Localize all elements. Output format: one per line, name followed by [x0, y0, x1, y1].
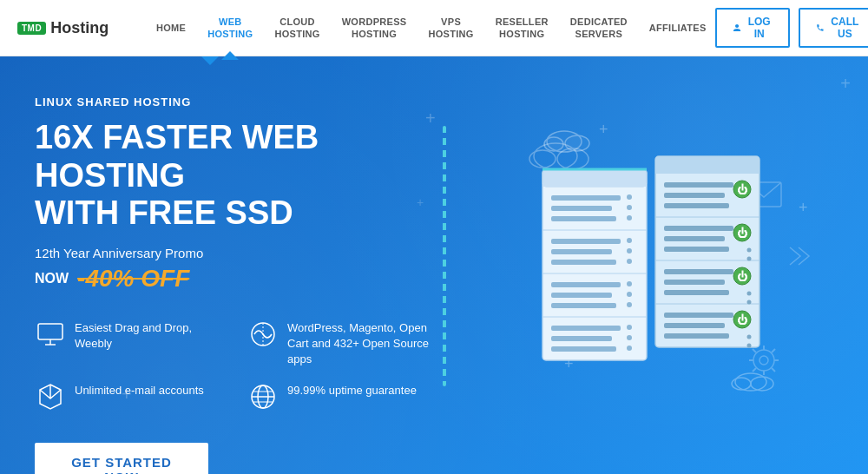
- svg-point-13: [753, 350, 774, 371]
- svg-rect-66: [664, 247, 729, 252]
- svg-rect-60: [664, 182, 733, 188]
- svg-rect-31: [551, 206, 612, 211]
- hero-subtitle: LINUX SHARED HOSTING: [35, 95, 833, 109]
- call-button[interactable]: CALL US: [799, 8, 868, 48]
- svg-point-12: [529, 150, 556, 168]
- wordpress-icon: [247, 319, 279, 350]
- user-icon: [733, 22, 741, 34]
- svg-text:+: +: [799, 199, 808, 216]
- feature-email-text: Unlimited e-mail accounts: [75, 381, 204, 398]
- svg-rect-50: [551, 346, 616, 352]
- nav-reseller-hosting[interactable]: RESELLERHOSTING: [487, 11, 557, 45]
- svg-rect-34: [551, 239, 621, 244]
- svg-point-53: [627, 302, 632, 307]
- svg-point-85: [747, 292, 752, 296]
- svg-line-20: [772, 368, 775, 372]
- svg-point-91: [565, 135, 589, 151]
- svg-rect-68: [664, 269, 733, 274]
- svg-rect-69: [664, 280, 725, 285]
- deco-plus-2: +: [425, 109, 436, 128]
- svg-rect-43: [551, 303, 616, 308]
- hero-title: 16X FASTER WEB HOSTING WITH FREE SSD: [35, 119, 451, 233]
- nav-home[interactable]: HOME: [148, 17, 194, 38]
- svg-point-51: [627, 281, 632, 286]
- nav-dedicated-servers[interactable]: DEDICATEDSERVERS: [562, 11, 636, 45]
- svg-rect-0: [38, 324, 62, 339]
- vert-dashed-line: [443, 126, 446, 386]
- svg-rect-35: [551, 249, 612, 254]
- svg-point-56: [627, 346, 632, 351]
- logo-badge: TMD: [17, 22, 46, 35]
- features-grid: Easiest Drag and Drop, Weebly WordPress,…: [35, 319, 434, 412]
- svg-rect-36: [551, 260, 616, 265]
- svg-rect-42: [551, 293, 612, 298]
- svg-point-84: [747, 257, 752, 261]
- svg-point-95: [732, 378, 751, 390]
- svg-text:⏻: ⏻: [737, 270, 747, 283]
- nav-actions: LOG IN CALL US: [715, 8, 868, 48]
- cta-button[interactable]: GET STARTED NOW: [35, 443, 208, 474]
- hero-section: + + + + LINUX SHARED HOSTING 16X FASTER …: [0, 56, 868, 474]
- svg-point-3: [252, 323, 274, 346]
- nav-wordpress-hosting[interactable]: WORDPRESSHOSTING: [333, 11, 416, 45]
- feature-drag-drop: Easiest Drag and Drop, Weebly: [35, 319, 221, 368]
- nav-cloud-hosting[interactable]: CLOUDHOSTING: [266, 11, 328, 45]
- svg-point-39: [627, 215, 632, 221]
- deco-plus-1: +: [840, 74, 851, 94]
- svg-line-21: [772, 349, 775, 352]
- hero-discount-value: -40% OFF: [77, 265, 189, 293]
- server-illustration: + + +: [495, 109, 825, 438]
- svg-rect-64: [664, 226, 733, 231]
- svg-rect-49: [551, 336, 612, 341]
- nav-affiliates[interactable]: AFFILIATES: [641, 17, 715, 38]
- svg-point-14: [760, 356, 768, 365]
- svg-rect-61: [664, 193, 725, 198]
- globe-icon: [247, 381, 279, 412]
- feature-uptime: 99.99% uptime guarantee: [247, 381, 434, 412]
- deco-plus-4: +: [417, 195, 424, 209]
- svg-text:⏻: ⏻: [737, 313, 747, 326]
- phone-icon: [816, 22, 825, 34]
- logo[interactable]: TMD Hosting: [17, 19, 122, 37]
- feature-wordpress: WordPress, Magento, Open Cart and 432+ O…: [247, 319, 434, 368]
- deco-plus-3: +: [122, 385, 132, 405]
- svg-point-38: [627, 205, 632, 210]
- feature-wordpress-text: WordPress, Magento, Open Cart and 432+ O…: [287, 319, 434, 368]
- svg-rect-74: [664, 333, 729, 339]
- hero-now-label: NOW: [35, 271, 69, 286]
- monitor-icon: [35, 319, 66, 350]
- svg-text:⏻: ⏻: [737, 183, 747, 196]
- svg-point-45: [627, 248, 632, 253]
- svg-text:⏻: ⏻: [737, 227, 747, 240]
- svg-point-46: [627, 259, 632, 264]
- nav-web-hosting[interactable]: WEBHOSTING: [199, 11, 261, 45]
- svg-point-6: [258, 385, 268, 408]
- svg-line-22: [753, 368, 756, 372]
- svg-rect-30: [551, 195, 621, 201]
- navbar: TMD Hosting HOME WEBHOSTING CLOUDHOSTING…: [0, 0, 868, 56]
- svg-point-44: [627, 238, 632, 243]
- svg-rect-62: [664, 203, 729, 208]
- svg-point-37: [627, 194, 632, 200]
- nav-links: HOME WEBHOSTING CLOUDHOSTING WORDPRESSHO…: [148, 11, 715, 45]
- login-button[interactable]: LOG IN: [715, 8, 790, 48]
- nav-vps-hosting[interactable]: VPSHOSTING: [419, 11, 482, 45]
- svg-point-5: [252, 385, 274, 408]
- svg-rect-73: [664, 323, 725, 328]
- svg-point-54: [627, 325, 632, 330]
- svg-rect-32: [551, 216, 616, 221]
- svg-point-88: [747, 344, 752, 348]
- svg-point-52: [627, 292, 632, 297]
- svg-point-86: [747, 300, 752, 305]
- logo-text: Hosting: [50, 19, 108, 37]
- svg-point-92: [544, 137, 563, 151]
- svg-point-87: [747, 335, 752, 339]
- feature-drag-drop-text: Easiest Drag and Drop, Weebly: [75, 319, 221, 352]
- svg-rect-72: [664, 313, 733, 318]
- svg-rect-59: [655, 170, 760, 174]
- box-icon: [35, 381, 66, 412]
- svg-rect-70: [664, 290, 729, 295]
- svg-rect-29: [542, 183, 647, 187]
- svg-rect-41: [551, 282, 621, 287]
- svg-rect-48: [551, 326, 621, 331]
